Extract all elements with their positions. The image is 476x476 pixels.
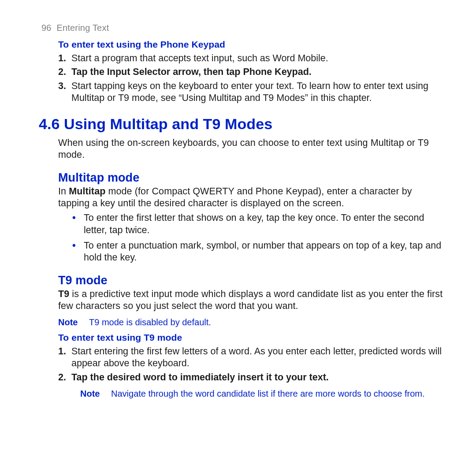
step-text: Tap the Input Selector arrow, then tap P… (71, 66, 445, 78)
note-text: T9 mode is disabled by default. (89, 316, 445, 328)
list-item: 3.Start tapping keys on the keyboard to … (58, 80, 445, 104)
note-text: Navigate through the word candidate list… (111, 388, 445, 399)
steps-t9: 1.Start entering the first few letters o… (58, 346, 445, 383)
list-item: •To enter the first letter that shows on… (72, 212, 445, 236)
step-text: Start tapping keys on the keyboard to en… (71, 80, 445, 104)
heading-4-6: 4.6 Using Multitap and T9 Modes (39, 115, 445, 133)
list-item: 2.Tap the Input Selector arrow, then tap… (58, 66, 445, 78)
note-t9-disabled: Note T9 mode is disabled by default. (58, 316, 445, 328)
step-text: Start entering the first few letters of … (71, 346, 445, 370)
multitap-intro: In Multitap mode (for Compact QWERTY and… (58, 186, 445, 210)
step-text: Tap the desired word to immediately inse… (71, 372, 445, 383)
multitap-bullets: •To enter the first letter that shows on… (72, 212, 445, 264)
heading-enter-phone-keypad: To enter text using the Phone Keypad (58, 39, 445, 50)
step-number: 2. (58, 66, 71, 78)
list-item: 2.Tap the desired word to immediately in… (58, 372, 445, 383)
step-number: 2. (58, 372, 71, 383)
bullet-icon: • (72, 212, 84, 236)
note-word-candidate: Note Navigate through the word candidate… (80, 388, 445, 399)
intro-4-6: When using the on-screen keyboards, you … (58, 137, 445, 161)
bullet-icon: • (72, 240, 84, 264)
list-item: •To enter a punctuation mark, symbol, or… (72, 240, 445, 264)
page: 96 Entering Text To enter text using the… (0, 0, 476, 399)
list-item: 1.Start entering the first few letters o… (58, 346, 445, 370)
step-text: Start a program that accepts text input,… (71, 52, 445, 64)
steps-phone-keypad: 1.Start a program that accepts text inpu… (58, 52, 445, 104)
bullet-text: To enter the first letter that shows on … (84, 212, 445, 236)
note-label: Note (80, 388, 111, 399)
bullet-text: To enter a punctuation mark, symbol, or … (84, 240, 445, 264)
note-label: Note (58, 316, 89, 328)
chapter-title: Entering Text (56, 23, 109, 33)
heading-t9: T9 mode (58, 274, 445, 287)
heading-multitap: Multitap mode (58, 171, 445, 185)
page-number: 96 (41, 23, 52, 33)
t9-intro: T9 is a predictive text input mode which… (58, 288, 445, 312)
page-header: 96 Entering Text (41, 23, 445, 33)
heading-enter-t9: To enter text using T9 mode (58, 332, 445, 343)
step-number: 1. (58, 346, 71, 370)
step-number: 1. (58, 52, 71, 64)
step-number: 3. (58, 80, 71, 104)
list-item: 1.Start a program that accepts text inpu… (58, 52, 445, 64)
